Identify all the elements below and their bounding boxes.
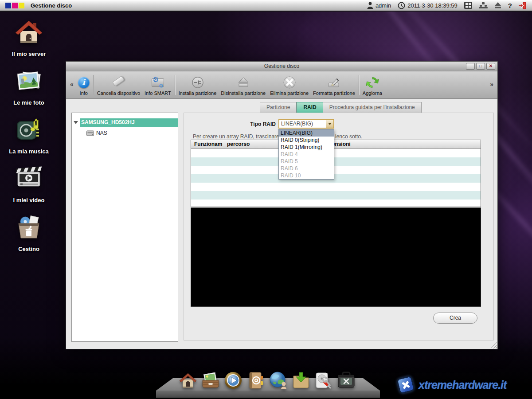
desktop-icon-label: La mia musica bbox=[5, 148, 52, 155]
raid-type-dropdown: LINEAR(BIG) RAID 0(Striping) RAID 1(Mirr… bbox=[278, 129, 334, 180]
info-icon bbox=[78, 77, 90, 88]
smart-info-button[interactable]: Info SMART bbox=[142, 75, 173, 97]
device-label: SAMSUNG_HD502HJ bbox=[80, 118, 178, 127]
dock bbox=[178, 371, 356, 390]
raid-instruction-text: Per creare un array RAID, trascinare bbox=[193, 133, 279, 140]
table-row bbox=[191, 149, 481, 157]
clock-icon bbox=[398, 2, 405, 9]
eject-icon[interactable] bbox=[494, 2, 501, 8]
refresh-icon bbox=[366, 76, 379, 89]
dock-platform-front bbox=[156, 391, 380, 398]
photos-icon bbox=[15, 66, 43, 95]
tab-partizione[interactable]: Partizione bbox=[260, 102, 297, 113]
mount-partition-button[interactable]: Installa partizione bbox=[176, 75, 219, 97]
desktop-screen: Gestione disco admin 2011-3-30 18:39:59 bbox=[0, 0, 532, 399]
dropdown-option[interactable]: RAID 4 bbox=[279, 151, 334, 158]
column-header: Funzionam bbox=[194, 141, 222, 147]
raid-preview-area bbox=[191, 207, 481, 307]
tree-device-row[interactable]: SAMSUNG_HD502HJ bbox=[72, 118, 178, 127]
create-button[interactable]: Crea bbox=[433, 313, 477, 324]
dropdown-option[interactable]: RAID 10 bbox=[279, 172, 334, 179]
desktop-icon-trash[interactable]: Cestino bbox=[5, 213, 52, 252]
info-button[interactable]: Info bbox=[76, 75, 92, 97]
desktop-icon-label: I miei video bbox=[5, 197, 52, 203]
delete-partition-button[interactable]: Elimina partizione bbox=[268, 75, 311, 97]
minimize-button[interactable]: _ bbox=[466, 63, 475, 70]
table-row bbox=[191, 191, 481, 200]
desktop-icon-label: Le mie foto bbox=[5, 99, 52, 106]
dock-toolbox-icon[interactable] bbox=[336, 371, 356, 390]
disk-icon bbox=[86, 130, 94, 136]
window-title: Gestione disco bbox=[264, 63, 299, 69]
dropdown-option[interactable]: LINEAR(BIG) bbox=[279, 129, 334, 137]
clock-display: 2011-3-30 18:39:59 bbox=[398, 2, 458, 9]
format-partition-button[interactable]: Formatta partizione bbox=[311, 75, 357, 97]
raid-panel: Tipo RAID LINEAR(BIG) Per creare un arra… bbox=[184, 113, 494, 340]
datetime-label: 2011-3-30 18:39:59 bbox=[407, 2, 458, 9]
table-row bbox=[191, 157, 481, 166]
dock-disk-utility-icon[interactable] bbox=[314, 371, 333, 390]
column-header: percorso bbox=[227, 141, 250, 147]
dock-media-player-icon[interactable] bbox=[223, 371, 243, 390]
table-row bbox=[191, 166, 481, 174]
dock-photos-icon[interactable] bbox=[201, 371, 220, 390]
caret-down-icon[interactable] bbox=[72, 121, 80, 124]
system-logo-icon bbox=[5, 3, 24, 8]
toolbar-collapse-right[interactable]: » bbox=[488, 81, 496, 88]
table-row bbox=[191, 183, 481, 191]
toolbar-collapse-left[interactable]: « bbox=[68, 81, 76, 88]
tree-partition-row[interactable]: NAS bbox=[72, 130, 178, 136]
dropdown-option[interactable]: RAID 5 bbox=[279, 158, 334, 165]
dock-home-icon[interactable] bbox=[178, 371, 198, 390]
toolbar-separator bbox=[93, 75, 94, 95]
toolbar-separator bbox=[175, 75, 175, 95]
trash-icon bbox=[15, 213, 43, 241]
desktop-icon-label: Il mio server bbox=[5, 51, 52, 57]
user-menu[interactable]: admin bbox=[367, 2, 391, 9]
erase-device-button[interactable]: Cancella dispositivo bbox=[95, 75, 142, 97]
network-icon[interactable] bbox=[479, 2, 488, 8]
desktop-icon-label: Cestino bbox=[5, 246, 52, 252]
menubar-title: Gestione disco bbox=[31, 2, 72, 9]
raid-type-label: Tipo RAID bbox=[184, 121, 276, 127]
desktop-icon-my-server[interactable]: Il mio server bbox=[5, 18, 52, 57]
desktop-icon-my-photos[interactable]: Le mie foto bbox=[5, 66, 52, 106]
dropdown-option[interactable]: RAID 1(Mirroring) bbox=[279, 144, 334, 151]
erase-device-icon bbox=[112, 76, 125, 87]
window-titlebar[interactable]: Gestione disco _ □ ✕ bbox=[66, 62, 497, 71]
logout-icon[interactable] bbox=[519, 2, 527, 9]
home-icon bbox=[15, 18, 43, 46]
smart-info-icon bbox=[152, 78, 164, 87]
dropdown-option[interactable]: RAID 6 bbox=[279, 165, 334, 172]
xtremehardware-logo-text: xtremehardware.it bbox=[419, 379, 506, 391]
dropdown-option[interactable]: RAID 0(Striping) bbox=[279, 137, 334, 144]
desktop-icon-my-music[interactable]: La mia musica bbox=[5, 115, 52, 155]
unmount-partition-button[interactable]: Disinstalla partizione bbox=[219, 75, 268, 97]
help-icon[interactable]: ? bbox=[508, 2, 512, 9]
unmount-partition-icon bbox=[237, 76, 250, 89]
desktop-icon-my-videos[interactable]: I miei video bbox=[5, 164, 52, 203]
maximize-button[interactable]: □ bbox=[476, 63, 485, 70]
user-icon bbox=[367, 2, 373, 9]
raid-type-value: LINEAR(BIG) bbox=[279, 120, 326, 128]
app-grid-icon[interactable] bbox=[464, 2, 472, 9]
tab-procedura-guidata[interactable]: Procedura guidata per l'installazione bbox=[323, 102, 422, 113]
tab-raid[interactable]: RAID bbox=[297, 102, 323, 113]
close-button[interactable]: ✕ bbox=[486, 63, 495, 70]
dock-downloads-icon[interactable] bbox=[291, 371, 311, 390]
table-row bbox=[191, 174, 481, 183]
raid-type-select[interactable]: LINEAR(BIG) bbox=[278, 119, 334, 129]
delete-partition-icon bbox=[283, 76, 296, 89]
wallpaper-branding: xtremehardware.it bbox=[398, 373, 531, 396]
dock-web-icon[interactable] bbox=[269, 371, 288, 390]
refresh-button[interactable]: Aggiorna bbox=[360, 75, 384, 97]
xtremehardware-logo-icon bbox=[396, 376, 415, 394]
select-arrow-icon[interactable] bbox=[326, 120, 333, 128]
music-icon bbox=[15, 115, 43, 144]
device-tree-panel: SAMSUNG_HD502HJ NAS bbox=[71, 113, 178, 342]
tab-bar: Partizione RAID Procedura guidata per l'… bbox=[260, 102, 422, 113]
dock-contacts-icon[interactable] bbox=[246, 371, 266, 390]
toolbar-separator bbox=[359, 75, 359, 95]
username-label: admin bbox=[376, 2, 391, 9]
partition-label: NAS bbox=[96, 130, 107, 136]
